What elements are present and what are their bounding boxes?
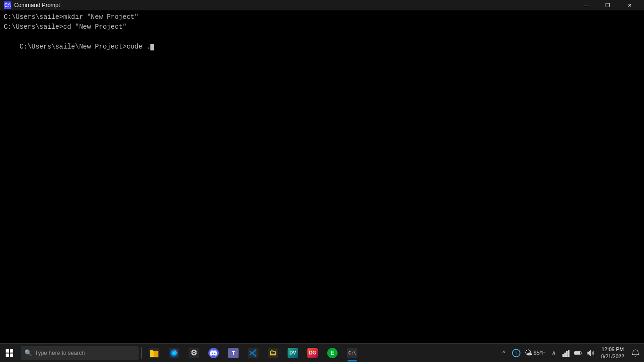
discord-icon bbox=[208, 348, 219, 358]
taskbar-app-datagrip-dev[interactable]: DV bbox=[283, 344, 302, 362]
systray: ^ ? 🌤 85°F ∧ bbox=[498, 344, 644, 362]
terminal-area[interactable]: C:\Users\saile>mkdir "New Project" C:\Us… bbox=[0, 10, 644, 343]
windows-logo-icon bbox=[6, 349, 13, 357]
maximize-button[interactable]: ❐ bbox=[597, 0, 619, 10]
minimize-button[interactable]: — bbox=[575, 0, 597, 10]
taskbar-app-datagrip[interactable]: DG bbox=[303, 344, 322, 362]
svg-rect-8 bbox=[562, 354, 564, 357]
cmd-icon: C:\ bbox=[4, 1, 11, 9]
weather-widget[interactable]: 🌤 85°F bbox=[523, 344, 547, 362]
terminal-line-5: C:\Users\saile\New Project>code . bbox=[4, 32, 640, 62]
titlebar-left: C:\ Command Prompt bbox=[4, 1, 60, 9]
weather-icon: 🌤 bbox=[525, 349, 532, 357]
terminal-line-1: C:\Users\saile>mkdir "New Project" bbox=[4, 12, 640, 22]
clock[interactable]: 12:09 PM 8/21/2022 bbox=[597, 344, 628, 362]
window-title: Command Prompt bbox=[14, 2, 60, 8]
close-button[interactable]: ✕ bbox=[619, 0, 640, 10]
firefox-icon bbox=[169, 348, 179, 358]
taskbar-app-firefox[interactable] bbox=[165, 344, 183, 362]
taskbar-divider bbox=[141, 347, 142, 359]
evernote-icon: E bbox=[327, 348, 338, 358]
taskbar-apps: ⚙ T 🗂 DV bbox=[145, 344, 498, 362]
search-icon: 🔍 bbox=[25, 349, 32, 356]
svg-text:?: ? bbox=[515, 351, 517, 356]
svg-rect-11 bbox=[568, 350, 570, 357]
file-explorer-icon bbox=[149, 348, 159, 358]
cursor bbox=[150, 44, 154, 50]
titlebar: C:\ Command Prompt — ❐ ✕ bbox=[0, 0, 644, 10]
teams-icon: T bbox=[228, 348, 239, 358]
cmd-taskbar-icon: C:\ bbox=[347, 348, 357, 358]
temperature: 85°F bbox=[534, 350, 545, 356]
start-button[interactable] bbox=[0, 344, 19, 362]
datagrip-dev-icon: DV bbox=[288, 348, 298, 358]
network-icon[interactable] bbox=[561, 347, 572, 359]
datagrip-icon: DG bbox=[307, 348, 318, 358]
help-icon[interactable]: ? bbox=[511, 347, 522, 359]
systray-chevron[interactable]: ^ bbox=[498, 347, 510, 359]
svg-rect-9 bbox=[564, 353, 566, 357]
taskbar-app-vscode[interactable] bbox=[244, 344, 263, 362]
clock-date: 8/21/2022 bbox=[601, 353, 624, 360]
svg-rect-2 bbox=[150, 350, 153, 352]
taskbar-app-teams[interactable]: T bbox=[224, 344, 243, 362]
volume-icon[interactable] bbox=[585, 347, 596, 359]
hidden-icons-chevron[interactable]: ∧ bbox=[548, 347, 560, 359]
taskbar-app-evernote[interactable]: E bbox=[323, 344, 342, 362]
battery-icon[interactable] bbox=[573, 347, 584, 359]
settings-icon: ⚙ bbox=[189, 348, 199, 358]
window-controls: — ❐ ✕ bbox=[575, 0, 640, 10]
search-placeholder: Type here to search bbox=[35, 350, 85, 356]
svg-rect-13 bbox=[575, 352, 580, 354]
taskbar-app-file-manager[interactable]: 🗂 bbox=[264, 344, 282, 362]
file-manager-icon: 🗂 bbox=[268, 348, 278, 358]
taskbar: 🔍 Type here to search bbox=[0, 343, 644, 362]
taskbar-app-cmd[interactable]: C:\ bbox=[343, 344, 362, 362]
svg-point-5 bbox=[173, 352, 175, 354]
taskbar-app-settings[interactable]: ⚙ bbox=[184, 344, 203, 362]
taskbar-app-file-explorer[interactable] bbox=[145, 344, 164, 362]
terminal-line-3: C:\Users\saile>cd "New Project" bbox=[4, 22, 640, 32]
clock-time: 12:09 PM bbox=[602, 346, 624, 353]
notification-button[interactable] bbox=[629, 344, 642, 362]
taskbar-app-discord[interactable] bbox=[204, 344, 223, 362]
vscode-icon bbox=[248, 348, 258, 358]
svg-rect-10 bbox=[566, 351, 568, 357]
search-bar[interactable]: 🔍 Type here to search bbox=[21, 346, 139, 360]
